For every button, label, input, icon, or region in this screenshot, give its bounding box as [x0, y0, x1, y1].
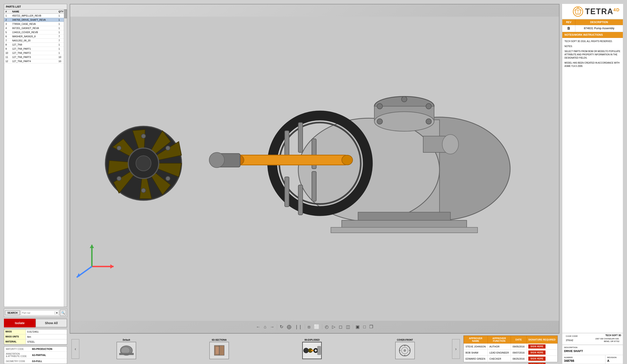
table-row[interactable]: 7 NAS1352_08_20 7 — [4, 39, 67, 43]
prop-label: MASS UNITS — [4, 334, 26, 339]
thumb-6d-section[interactable]: 6D-SECTIONA — [173, 339, 265, 359]
isolate-button[interactable]: Isolate — [4, 319, 36, 327]
table-row[interactable]: 1 450722_IMPELLER_REVB 1 — [4, 14, 67, 18]
toolbar-3d-btn2[interactable]: ▷ — [331, 324, 336, 330]
parts-list-container: PARTS LIST # NAME QTY 1 450722_IMPELLER_… — [4, 4, 67, 307]
svg-rect-24 — [312, 171, 316, 201]
sig-col-signature: SIGNATURE REQUIRED — [526, 336, 557, 344]
search-button[interactable]: SEARCH — [5, 311, 20, 315]
thumb-next-btn[interactable]: › — [452, 339, 460, 359]
table-row[interactable]: 4 667201_GASKET_REVA 1 — [4, 26, 67, 30]
part-num: 7 — [4, 39, 11, 43]
table-row[interactable]: 3 778594_CASE_REVA 1 — [4, 22, 67, 26]
toolbar-fit-btn[interactable]: ⧈ — [307, 324, 311, 330]
svg-point-16 — [442, 134, 459, 154]
sign-here-btn[interactable]: SIGN HERE — [528, 344, 546, 349]
svg-point-32 — [136, 156, 151, 171]
svg-point-47 — [121, 347, 130, 354]
table-row[interactable]: 2 348766_DRIVE_SHAFT_REVA 1 — [4, 18, 67, 22]
codes-section: MATURITY CODE M3-PRODUCTION ANNOTATION& … — [4, 346, 67, 364]
signatures-panel: APPROVERNAME APPROVERFUNCTION DATE SIGNA… — [463, 335, 558, 362]
svg-point-35 — [117, 146, 121, 150]
search-input-wrapper: ▼ — [21, 310, 59, 315]
thumb-default-label: Default — [123, 339, 130, 341]
notes-line: NOTES: — [565, 45, 621, 48]
part-num: 10 — [4, 51, 11, 55]
sig-action[interactable]: SIGN HERE — [526, 362, 557, 364]
table-row[interactable]: 6 WASHER_NAS620_8 7 — [4, 34, 67, 39]
table-row[interactable]: 11 127_TN9_PART3 10 — [4, 55, 67, 59]
toolbar-forward-btn[interactable]: → — [269, 324, 275, 330]
prop-value: lbm — [26, 334, 67, 339]
scrollbar-track[interactable] — [64, 10, 67, 307]
svg-point-37 — [117, 176, 121, 181]
prop-row: MASS 0.0172451 — [4, 329, 67, 334]
part-name: NAS1352_08_20 — [11, 39, 57, 43]
toolbar-cube-btn[interactable]: □ — [362, 324, 367, 330]
toolbar-3d-btn1[interactable]: ◴ — [324, 324, 329, 330]
toolbar-3d-btn4[interactable]: ◫ — [345, 324, 351, 330]
toolbar-rotate-btn[interactable]: ↻ — [279, 324, 284, 330]
sig-action[interactable]: SIGN HERE — [526, 356, 557, 362]
sig-date: 08/25/2016 — [511, 356, 526, 362]
toolbar-zoom-btn[interactable]: ❘❘ — [294, 324, 303, 330]
toolbar-3d-btn3[interactable]: ◻ — [338, 324, 343, 330]
show-all-button[interactable]: Show All — [36, 319, 67, 327]
bottom-strip: ‹ Default 6D-SECTIONA — [70, 333, 560, 364]
part-num: 4 — [4, 26, 11, 30]
svg-rect-20 — [298, 123, 303, 153]
part-name: 778594_CASE_REVA — [11, 22, 57, 26]
prop-label: MASS — [4, 329, 26, 334]
scrollbar-thumb[interactable] — [64, 10, 67, 18]
table-row[interactable]: 8 127_TN9 1 — [4, 43, 67, 47]
table-row[interactable]: 9 127_TN9_PART1 1 — [4, 47, 67, 51]
sign-here-btn[interactable]: SIGN HERE — [528, 357, 546, 361]
thumb-08-exploded[interactable]: 08-EXPLODED — [266, 339, 358, 359]
tetra-logo: TETRA4D — [562, 4, 623, 19]
toolbar-pan-btn[interactable]: ⨁ — [286, 324, 292, 330]
thumb-6d-label: 6D-SECTIONA — [212, 339, 227, 341]
toolbar-home-btn[interactable]: ⌂ — [263, 324, 267, 330]
notes-line — [565, 43, 621, 45]
toolbar-sep-1 — [277, 324, 277, 329]
part-name: 348766_DRIVE_SHAFT_REVA — [11, 18, 57, 22]
search-dropdown-toggle[interactable]: ▼ — [55, 311, 59, 314]
sig-action[interactable]: SIGN HERE — [526, 344, 557, 350]
svg-rect-48 — [119, 353, 134, 355]
pump-model-svg — [70, 4, 559, 333]
table-row[interactable]: 12 127_TN9_PART4 10 — [4, 59, 67, 63]
svg-point-33 — [141, 134, 146, 138]
sig-action[interactable]: SIGN HERE — [526, 350, 557, 356]
table-row[interactable]: 5 134019_COVER_REVB 1 — [4, 30, 67, 34]
thumb-cover-front[interactable]: COVER-FRONT — [359, 339, 451, 359]
viewport[interactable]: ← ⌂ → ↻ ⨁ ❘❘ ⧈ ⬜ ◴ ▷ ◻ ◫ ▣ — [70, 4, 560, 333]
toolbar-view-btn[interactable]: ▣ — [355, 324, 361, 330]
sig-col-function: APPROVERFUNCTION — [488, 336, 511, 344]
sign-here-btn[interactable]: SIGN HERE — [528, 363, 546, 364]
revision-value: A — [607, 359, 621, 363]
sign-here-btn[interactable]: SIGN HERE — [528, 351, 546, 355]
search-input[interactable] — [21, 311, 55, 314]
description-value: DRIVE SHAFT — [564, 349, 621, 354]
code-value: G3-FULL — [32, 360, 42, 363]
svg-rect-14 — [331, 227, 477, 233]
rev-description: 874631 Pump Assembly — [575, 25, 623, 32]
toolbar-sep-2 — [305, 324, 305, 329]
toolbar-back-btn[interactable]: ← — [255, 324, 261, 330]
toolbar-section-btn[interactable]: ⬜ — [313, 324, 320, 330]
part-num: 6 — [4, 34, 11, 39]
part-num: 3 — [4, 22, 11, 26]
revision-cell: REVISION A — [605, 355, 623, 364]
revision-label: REVISION — [607, 356, 621, 359]
thumb-prev-btn[interactable]: ‹ — [71, 339, 79, 359]
thumb-default[interactable]: Default — [81, 339, 172, 359]
code-label: GEOMETRY CODE — [6, 360, 32, 363]
svg-point-26 — [342, 155, 353, 165]
part-name: 450722_IMPELLER_REVB — [11, 14, 57, 18]
table-row[interactable]: 10 127_TN9_PART2 1 — [4, 51, 67, 55]
svg-point-62 — [404, 349, 406, 352]
search-submit-button[interactable]: 🔍 — [60, 310, 66, 316]
search-bar: SEARCH ▼ 🔍 — [4, 309, 67, 317]
svg-point-10 — [426, 119, 431, 124]
toolbar-window-btn[interactable]: ❐ — [368, 324, 374, 330]
